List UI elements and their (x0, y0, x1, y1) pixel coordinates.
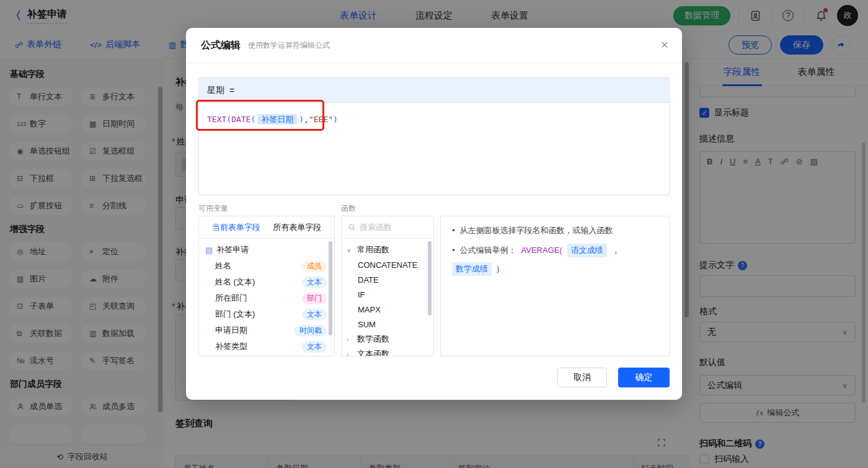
functions-section-label: 函数 (341, 203, 356, 214)
function-group-math[interactable]: ›数学函数 (342, 332, 433, 347)
chevron-right-icon: › (347, 336, 354, 343)
example-suffix: ) (497, 263, 499, 275)
variable-row[interactable]: 部门 (文本)文本 (199, 306, 334, 322)
variable-row[interactable]: 姓名 (文本)文本 (199, 274, 334, 290)
search-icon (348, 223, 356, 231)
formula-editor[interactable]: 星期 = TEXT(DATE(补签日期),"EEE") (198, 77, 670, 195)
variables-panel: 当前表单字段 所有表单字段 ▤ 补签申请 姓名成员 姓名 (文本)文本 所在部门… (198, 216, 335, 356)
modal-header: 公式编辑 使用数学运算符编辑公式 × (186, 28, 682, 63)
function-item[interactable]: CONCATENATE (342, 257, 433, 272)
variables-tree: ▤ 补签申请 姓名成员 姓名 (文本)文本 所在部门部门 部门 (文本)文本 申… (199, 239, 334, 356)
result-field-name: 星期 (207, 85, 224, 96)
function-item[interactable]: IF (342, 287, 433, 302)
bullet: • (452, 224, 455, 237)
example-separator: ， (612, 244, 620, 257)
function-group-common[interactable]: ∨常用函数 (342, 242, 433, 257)
functions-panel: ∨常用函数 CONCATENATE DATE IF MAPX SUM ›数学函数… (341, 216, 434, 356)
function-item[interactable]: DATE (342, 272, 433, 287)
type-badge: 文本 (302, 276, 327, 288)
variables-root-label: 补签申请 (216, 244, 249, 255)
example-function: AVERAGE( (521, 244, 562, 257)
cancel-button[interactable]: 取消 (557, 368, 607, 387)
variables-scrollbar[interactable] (329, 241, 332, 335)
variable-row[interactable]: 补签类型文本 (199, 338, 334, 355)
function-search[interactable] (342, 216, 433, 239)
functions-tree: ∨常用函数 CONCATENATE DATE IF MAPX SUM ›数学函数… (342, 239, 433, 356)
equals-sign: = (229, 86, 234, 95)
document-icon: ▤ (205, 245, 213, 255)
type-badge: 成员 (302, 260, 327, 272)
formula-edit-modal: 公式编辑 使用数学运算符编辑公式 × 星期 = TEXT(DATE(补签日期),… (186, 28, 682, 400)
type-badge: 文本 (302, 341, 327, 353)
function-search-input[interactable] (360, 223, 422, 232)
type-badge: 部门 (302, 293, 327, 304)
variable-row[interactable]: 所在部门部门 (199, 290, 334, 306)
modal-title: 公式编辑 (201, 39, 241, 52)
modal-footer: 取消 确定 (557, 368, 670, 387)
close-icon[interactable]: × (661, 38, 668, 51)
confirm-button[interactable]: 确定 (618, 368, 670, 387)
tab-all-form-fields[interactable]: 所有表单字段 (273, 222, 321, 233)
example-field-chip: 语文成绩 (567, 244, 607, 257)
variables-section-label: 可用变量 (198, 203, 228, 214)
function-item[interactable]: SUM (342, 317, 433, 332)
tip-example-line: • 公式编辑举例：AVERAGE( 语文成绩 ， 数学成绩 ) (452, 244, 658, 276)
formula-result-bar: 星期 = (199, 78, 669, 103)
tips-panel: •从左侧面板选择字段名和函数，或输入函数 • 公式编辑举例：AVERAGE( 语… (440, 216, 670, 356)
bullet: • (452, 244, 455, 257)
type-badge: 文本 (302, 309, 327, 320)
tab-current-form-fields[interactable]: 当前表单字段 (212, 222, 260, 233)
example-prefix: 公式编辑举例： (460, 244, 516, 257)
function-item[interactable]: MAPX (342, 302, 433, 317)
example-field-chip: 数学成绩 (452, 262, 492, 276)
functions-scrollbar[interactable] (428, 241, 432, 316)
variable-row[interactable]: 补签日期时间戳 (199, 355, 334, 356)
chevron-right-icon: › (347, 351, 354, 357)
variables-root-row[interactable]: ▤ 补签申请 (199, 242, 334, 258)
variable-row[interactable]: 姓名成员 (199, 258, 334, 274)
type-badge: 时间戳 (294, 325, 327, 337)
variables-tabs: 当前表单字段 所有表单字段 (199, 216, 334, 239)
formula-paren: ) (333, 115, 338, 124)
chevron-down-icon: ∨ (347, 247, 354, 254)
annotation-red-box (196, 100, 324, 131)
variable-row[interactable]: 申请日期时间戳 (199, 322, 334, 338)
tip-line: •从左侧面板选择字段名和函数，或输入函数 (452, 224, 658, 237)
function-group-text[interactable]: ›文本函数 (342, 347, 433, 356)
modal-subtitle: 使用数学运算符编辑公式 (248, 40, 330, 51)
